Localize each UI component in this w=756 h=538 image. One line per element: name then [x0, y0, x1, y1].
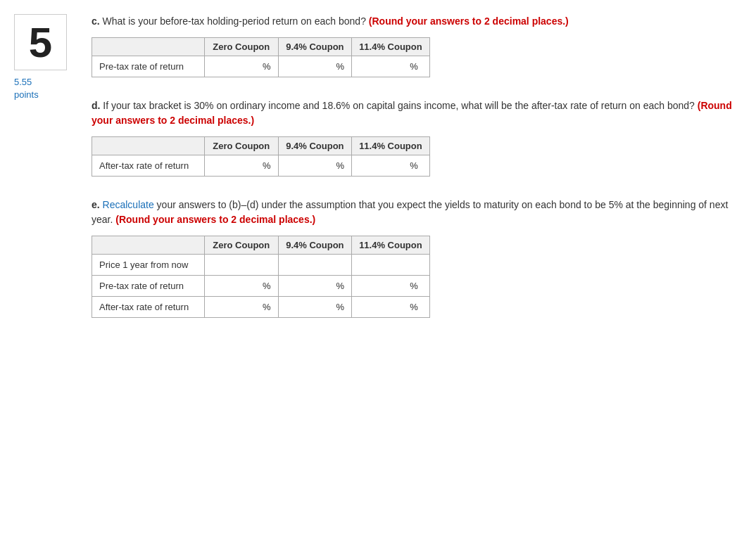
e-row-price: Price 1 year from now: [92, 255, 430, 276]
e-aftertax-zero-cell: %: [205, 297, 279, 318]
e-pretax-eleven-cell: %: [352, 276, 430, 297]
c-row-pretax: Pre-tax rate of return % %: [92, 56, 430, 77]
section-e-question: e. Recalculate your answers to (b)–(d) u…: [92, 198, 742, 227]
d-aftertax-eleven-cell: %: [352, 155, 430, 177]
e-pretax-eleven-percent: %: [410, 281, 418, 291]
e-price-nine-cell: [278, 255, 352, 276]
d-aftertax-eleven-input[interactable]: [359, 159, 408, 172]
page-container: 5 5.55 points c. What is your before-tax…: [0, 0, 756, 353]
points-label: 5.55 points: [14, 76, 39, 101]
section-c: c. What is your before-tax holding-perio…: [92, 14, 742, 77]
section-d-question: d. If your tax bracket is 30% on ordinar…: [92, 98, 742, 128]
e-header-eleven: 11.4% Coupon: [352, 236, 430, 255]
e-pretax-nine-cell: %: [278, 276, 352, 297]
d-header-blank: [92, 137, 205, 155]
section-d-text: If your tax bracket is 30% on ordinary i…: [103, 100, 697, 111]
c-pretax-nine-percent: %: [336, 61, 345, 72]
section-d-label: d.: [92, 100, 100, 111]
right-column: c. What is your before-tax holding-perio…: [77, 14, 742, 339]
c-pretax-nine-input[interactable]: [286, 60, 335, 73]
d-row-aftertax: After-tax rate of return % %: [92, 155, 430, 177]
d-aftertax-label: After-tax rate of return: [92, 155, 205, 177]
c-pretax-eleven-percent: %: [410, 61, 418, 72]
c-header-nine: 9.4% Coupon: [278, 38, 352, 56]
e-price-label: Price 1 year from now: [92, 255, 205, 276]
section-d: d. If your tax bracket is 30% on ordinar…: [92, 98, 742, 177]
e-aftertax-nine-percent: %: [336, 302, 345, 312]
e-aftertax-eleven-cell: %: [352, 297, 430, 318]
e-row-pretax: Pre-tax rate of return % %: [92, 276, 430, 297]
d-aftertax-nine-percent: %: [336, 160, 345, 171]
d-aftertax-zero-percent: %: [263, 160, 271, 171]
section-c-emphasis: (Round your answers to 2 decimal places.…: [369, 15, 569, 27]
section-c-table: Zero Coupon 9.4% Coupon 11.4% Coupon Pre…: [92, 37, 430, 77]
c-pretax-label: Pre-tax rate of return: [92, 56, 205, 77]
d-aftertax-eleven-percent: %: [410, 160, 418, 171]
d-aftertax-zero-input[interactable]: [212, 159, 261, 172]
c-pretax-zero-percent: %: [263, 61, 271, 72]
section-e-label: e.: [92, 199, 100, 210]
d-header-nine: 9.4% Coupon: [278, 137, 352, 155]
recalculate-link[interactable]: Recalculate: [103, 199, 154, 210]
c-pretax-eleven-cell: %: [352, 56, 430, 77]
c-header-eleven: 11.4% Coupon: [352, 38, 430, 56]
d-aftertax-nine-input[interactable]: [286, 159, 335, 172]
c-pretax-eleven-input[interactable]: [359, 60, 408, 73]
e-pretax-zero-percent: %: [263, 281, 271, 291]
c-header-zero: Zero Coupon: [205, 38, 279, 56]
e-row-aftertax: After-tax rate of return % %: [92, 297, 430, 318]
points-value: 5.55: [14, 77, 32, 87]
e-aftertax-eleven-percent: %: [410, 302, 418, 312]
e-aftertax-label: After-tax rate of return: [92, 297, 205, 318]
section-c-text: What is your before-tax holding-period r…: [103, 15, 366, 27]
e-aftertax-nine-input[interactable]: [286, 300, 335, 314]
e-pretax-label: Pre-tax rate of return: [92, 276, 205, 297]
section-e-emphasis: (Round your answers to 2 decimal places.…: [115, 214, 315, 225]
c-header-blank: [92, 38, 205, 56]
e-price-eleven-input[interactable]: [359, 258, 408, 271]
d-aftertax-zero-cell: %: [205, 155, 279, 177]
e-price-eleven-cell: [352, 255, 430, 276]
e-aftertax-nine-cell: %: [278, 297, 352, 318]
question-number: 5: [14, 14, 67, 70]
c-pretax-zero-cell: %: [205, 56, 279, 77]
section-c-label: c.: [92, 15, 100, 27]
e-pretax-nine-input[interactable]: [286, 279, 335, 293]
e-header-nine: 9.4% Coupon: [278, 236, 352, 255]
d-header-zero: Zero Coupon: [205, 137, 279, 155]
e-header-blank: [92, 236, 205, 255]
section-e-table: Zero Coupon 9.4% Coupon 11.4% Coupon Pri…: [92, 236, 430, 318]
e-price-zero-input[interactable]: [212, 258, 261, 271]
c-pretax-nine-cell: %: [278, 56, 352, 77]
d-aftertax-nine-cell: %: [278, 155, 352, 177]
e-pretax-zero-input[interactable]: [212, 279, 261, 293]
e-header-zero: Zero Coupon: [205, 236, 279, 255]
e-price-nine-input[interactable]: [286, 258, 335, 271]
left-column: 5 5.55 points: [14, 14, 77, 339]
e-pretax-eleven-input[interactable]: [359, 279, 408, 293]
e-pretax-nine-percent: %: [336, 281, 345, 291]
e-pretax-zero-cell: %: [205, 276, 279, 297]
e-price-zero-cell: [205, 255, 279, 276]
d-header-eleven: 11.4% Coupon: [352, 137, 430, 155]
section-e: e. Recalculate your answers to (b)–(d) u…: [92, 198, 742, 318]
points-text: points: [14, 89, 39, 100]
e-aftertax-zero-input[interactable]: [212, 300, 261, 314]
section-c-question: c. What is your before-tax holding-perio…: [92, 14, 742, 29]
c-pretax-zero-input[interactable]: [212, 60, 261, 73]
e-aftertax-zero-percent: %: [263, 302, 271, 312]
section-d-table: Zero Coupon 9.4% Coupon 11.4% Coupon Aft…: [92, 136, 430, 177]
e-aftertax-eleven-input[interactable]: [359, 300, 408, 314]
